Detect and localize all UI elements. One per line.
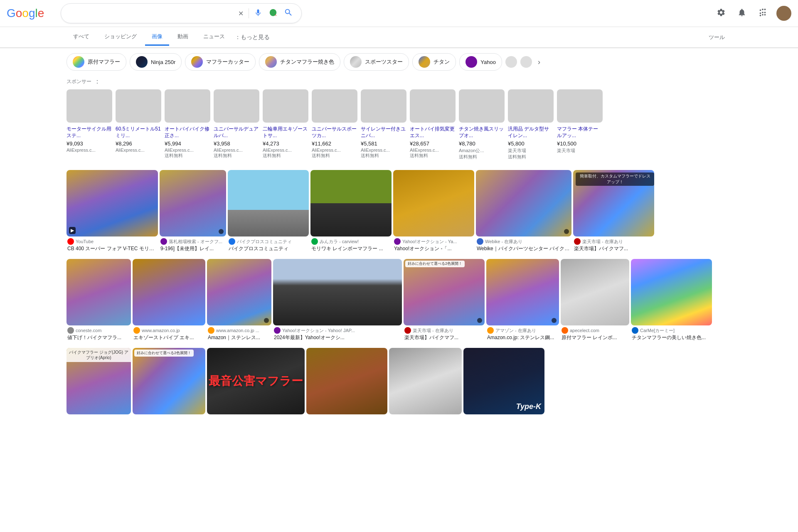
favicon-carview	[311, 238, 318, 245]
image-item-amazon-exhaust[interactable]: アマゾン - 在庫あり Amazon.co.jp: ステンレス鋼...	[486, 259, 559, 345]
product-card-2[interactable]: 60.5ミリメートル51ミリ... ¥8,296 AliExpress.c...	[116, 89, 161, 160]
notifications-button[interactable]	[735, 5, 749, 22]
tab-videos[interactable]: 動画	[171, 29, 195, 46]
google-logo[interactable]: Google	[7, 7, 44, 20]
chip-ninja[interactable]: Ninja 250r	[130, 53, 182, 71]
chip-genki-muffler[interactable]: 原付マフラー	[66, 53, 126, 71]
source-name-cb400: YouTube	[76, 239, 94, 244]
image-item-jog[interactable]: バイクマフラー ジョグ(JOG) アプリオ(Aprio)	[66, 348, 131, 418]
product-price-2: ¥8,296	[116, 140, 161, 147]
clear-button[interactable]: ✕	[236, 8, 245, 19]
image-item-color-band[interactable]: 好みに合わせて選べる2色展開！	[133, 348, 205, 418]
tab-shopping[interactable]: ショッピング	[98, 29, 143, 46]
apps-button[interactable]	[756, 5, 770, 22]
top-label-rakuten: 簡単取付、カスタムマフラーでドレスアップ！	[576, 172, 654, 186]
caption-rainbow-tip: チタンマフラーの美しい焼き色...	[632, 334, 711, 341]
image-item-bike2[interactable]: Yahoo!オークション - Yahoo! JAP... 2024年最新】Yah…	[273, 259, 402, 345]
more-options[interactable]: ：もっと見る	[233, 30, 271, 45]
product-card-3[interactable]: オートバイバイク修正さ... ¥5,994 AliExpress.c... 送料…	[165, 89, 210, 160]
image-item-carview[interactable]: みんカラ - carview! モリワキ レインボーマフラー ...	[310, 170, 392, 256]
image-item-wood[interactable]	[306, 348, 387, 418]
logo-letter-g: G	[7, 7, 16, 20]
product-source-7: AliExpress.c...	[361, 148, 406, 153]
image-source-webike: Webike - 在庫あり	[477, 238, 571, 245]
product-img-1	[66, 89, 112, 123]
image-item-auction[interactable]: 落札相場検索 - オークフ... 9-196]【未使用】レイ...	[160, 170, 226, 256]
source-name-bike2: Yahoo!オークション - Yahoo! JAP...	[282, 328, 355, 334]
settings-button[interactable]	[714, 5, 728, 22]
image-meta-yahoo-gold: Yahoo!オークション - Ya... Yahoo!オークション -「...	[393, 238, 474, 256]
search-button[interactable]	[282, 6, 295, 20]
product-shipping-10: 送料無料	[508, 154, 554, 160]
sponsor-label: スポンサー	[66, 78, 91, 85]
search-input[interactable]: バイクマフラー レインボー	[68, 10, 233, 17]
chip-titanium[interactable]: チタン	[412, 53, 456, 71]
image-meta-osoon	[207, 414, 305, 418]
tab-all[interactable]: すべて	[66, 29, 96, 46]
image-source-amazon-lg: www.amazon.co.jp ...	[208, 327, 271, 334]
image-item-exhaust-muffler[interactable]: 好みに合わせて選べる2色展開！ 楽天市場 - 在庫あり 楽天市場】バイクマフ..…	[404, 259, 485, 345]
mic-button[interactable]	[252, 7, 264, 20]
image-meta-color-band	[133, 414, 205, 418]
image-source-cb400: YouTube	[67, 238, 157, 245]
source-name-rainbow-tip: CarMe[カーミー]	[640, 328, 675, 334]
image-meta-cb400: YouTube CB 400 スーパー フォア V-TEC モリワ...	[66, 238, 158, 256]
lens-button[interactable]	[267, 7, 279, 20]
product-card-10[interactable]: 汎用品 デルタ型サイレン... ¥5,800 楽天市場 送料無料	[508, 89, 554, 160]
product-img-7	[361, 89, 406, 123]
sponsor-more[interactable]: ：	[94, 77, 101, 86]
product-card-9[interactable]: チタン焼き風スリップオ... ¥8,780 Amazon公... 送料無料	[459, 89, 505, 160]
image-item-yahoo-gold[interactable]: Yahoo!オークション - Ya... Yahoo!オークション -「...	[393, 170, 474, 256]
image-item-amazon-lg[interactable]: www.amazon.co.jp ... Amazon｜ステンレス...	[207, 259, 271, 345]
image-item-webike[interactable]: Webike - 在庫あり Webike｜バイクパーツセンター バイクパ...	[476, 170, 571, 256]
image-source-bike2: Yahoo!オークション - Yahoo! JAP...	[274, 327, 401, 334]
chip-label-yahoo: Yahoo	[480, 59, 496, 65]
chips-next-button[interactable]: ›	[535, 55, 543, 69]
source-name-webike: Webike - 在庫あり	[485, 239, 522, 245]
image-item-bikepro[interactable]: バイクプロスコミュニティ バイクプロスコミュニティ	[228, 170, 309, 256]
image-item-typek[interactable]: Type-K	[463, 348, 544, 418]
chip-img-cutter	[191, 56, 203, 68]
color-band-badge: 好みに合わせて選べる2色展開！	[134, 350, 194, 357]
product-title-10: 汎用品 デルタ型サイレン...	[508, 126, 554, 139]
chip-img-ninja	[136, 56, 148, 68]
chip-yahoo[interactable]: Yahoo	[459, 53, 502, 71]
product-card-8[interactable]: オートバイ排気変更エス... ¥28,657 AliExpress.c... 送…	[410, 89, 456, 160]
tools-button[interactable]: ツール	[702, 30, 732, 45]
product-source-6: AliExpress.c...	[312, 148, 357, 153]
favicon-webike	[477, 238, 483, 245]
image-meta-amazon-lg: www.amazon.co.jp ... Amazon｜ステンレス...	[207, 327, 271, 345]
image-item-cb400[interactable]: ▶ YouTube CB 400 スーパー フォア V-TEC モリワ...	[66, 170, 158, 256]
image-item-amazon-pair[interactable]: www.amazon.co.jp エキゾーストパイプ エキ...	[133, 259, 205, 345]
image-item-silver-exhaust[interactable]: apecelect.com 原付マフラー レインボ...	[561, 259, 629, 345]
source-name-bikepro: バイクプロスコミュニティ	[237, 239, 292, 245]
chip-sportster[interactable]: スポーツスター	[344, 53, 409, 71]
image-item-rainbow-tip[interactable]: CarMe[カーミー] チタンマフラーの美しい焼き色...	[631, 259, 712, 345]
product-card-4[interactable]: ユニバーサルデュアルバ... ¥3,958 AliExpress.c... 送料…	[214, 89, 259, 160]
product-title-4: ユニバーサルデュアルバ...	[214, 126, 259, 139]
tab-news[interactable]: ニュース	[197, 29, 232, 46]
product-source-2: AliExpress.c...	[116, 148, 161, 153]
product-card-5[interactable]: 二輪車用エキゾーストサ... ¥4,273 AliExpress.c... 送料…	[263, 89, 308, 160]
image-item-rakuten-row1[interactable]: 簡単取付、カスタムマフラーでドレスアップ！ 楽天市場 - 在庫あり 楽天市場】バ…	[573, 170, 654, 256]
image-item-coneste[interactable]: coneste.com 値下げ！バイクマフラ...	[66, 259, 131, 345]
osoon-text: 最音公害マフラー	[209, 373, 303, 389]
product-card-7[interactable]: サイレンサー付きユニバ... ¥5,581 AliExpress.c... 送料…	[361, 89, 406, 160]
product-card-1[interactable]: モーターサイクル用ステ... ¥9,093 AliExpress.c...	[66, 89, 112, 160]
image-meta-silver-row3	[389, 414, 462, 418]
avatar[interactable]	[776, 6, 791, 21]
source-name-coneste: coneste.com	[76, 328, 101, 333]
jog-label: バイクマフラー ジョグ(JOG) アプリオ(Aprio)	[66, 348, 131, 362]
image-item-silver-row3[interactable]	[389, 348, 462, 418]
chip-titanium-color[interactable]: チタンマフラー焼き色	[259, 53, 340, 71]
product-source-3: AliExpress.c...	[165, 148, 210, 153]
image-meta-carview: みんカラ - carview! モリワキ レインボーマフラー ...	[310, 238, 392, 256]
product-source-11: 楽天市場	[557, 148, 603, 154]
product-card-6[interactable]: ユニバーサルスポーツカ... ¥11,662 AliExpress.c... 送…	[312, 89, 357, 160]
tab-images[interactable]: 画像	[145, 29, 169, 46]
image-item-osoon[interactable]: 最音公害マフラー	[207, 348, 305, 418]
chip-cutter[interactable]: マフラーカッター	[185, 53, 256, 71]
image-meta-exhaust-muffler: 楽天市場 - 在庫あり 楽天市場】バイクマフ...	[404, 327, 485, 345]
product-price-1: ¥9,093	[66, 140, 112, 147]
product-card-11[interactable]: マフラー 本体テールアッ... ¥10,500 楽天市場	[557, 89, 603, 160]
